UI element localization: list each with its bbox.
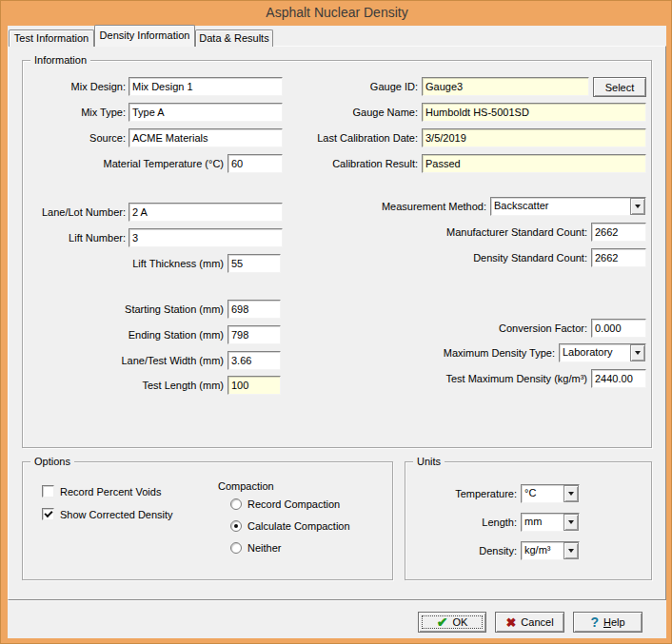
maximum-density-type-label: Maximum Density Type: bbox=[345, 346, 555, 360]
maximum-density-type-value: Laboratory bbox=[560, 344, 630, 361]
ok-button-label: OK bbox=[452, 616, 467, 628]
record-percent-voids-label: Record Percent Voids bbox=[60, 486, 161, 498]
material-temperature-label: Material Temperature (°C) bbox=[30, 157, 224, 170]
information-group-label: Information bbox=[30, 53, 90, 67]
dropdown-arrow-icon[interactable] bbox=[563, 485, 579, 502]
ok-check-icon: ✔ bbox=[437, 615, 448, 629]
starting-station-label: Starting Station (mm) bbox=[30, 302, 224, 316]
checkbox-unchecked-icon bbox=[42, 485, 54, 498]
gauge-name-input[interactable] bbox=[422, 103, 646, 122]
gauge-id-input[interactable] bbox=[422, 77, 589, 96]
units-group-label: Units bbox=[413, 455, 445, 468]
mix-type-label: Mix Type: bbox=[30, 106, 126, 119]
record-percent-voids-checkbox[interactable]: Record Percent Voids bbox=[42, 485, 161, 498]
density-unit-dropdown[interactable]: kg/m³ bbox=[521, 541, 580, 560]
radio-unselected-icon bbox=[230, 542, 242, 554]
dropdown-arrow-icon[interactable] bbox=[563, 514, 579, 531]
tab-data-results[interactable]: Data & Results bbox=[195, 29, 273, 47]
information-group: Information Mix Design: Mix Type: Source… bbox=[22, 60, 652, 448]
manufacturer-standard-count-input[interactable] bbox=[591, 223, 646, 242]
cancel-button-label: Cancel bbox=[521, 616, 553, 628]
lift-thickness-input[interactable] bbox=[227, 254, 281, 273]
radio-record-compaction[interactable]: Record Compaction bbox=[230, 498, 340, 510]
ok-button[interactable]: ✔ OK bbox=[418, 612, 486, 633]
test-length-input[interactable] bbox=[227, 376, 281, 395]
temperature-unit-value: °C bbox=[522, 485, 563, 502]
radio-calculate-compaction[interactable]: Calculate Compaction bbox=[230, 520, 350, 532]
radio-neither[interactable]: Neither bbox=[230, 542, 281, 554]
ending-station-label: Ending Station (mm) bbox=[30, 328, 224, 342]
temperature-unit-dropdown[interactable]: °C bbox=[521, 484, 580, 503]
cancel-x-icon: ✖ bbox=[505, 616, 516, 629]
tab-test-information[interactable]: Test Information bbox=[9, 29, 94, 47]
mix-design-input[interactable] bbox=[128, 77, 283, 96]
panel-separator bbox=[8, 600, 666, 601]
dropdown-arrow-icon[interactable] bbox=[563, 542, 579, 559]
lane-lot-number-input[interactable] bbox=[128, 203, 283, 222]
options-group-label: Options bbox=[30, 455, 74, 468]
help-button-label: Help bbox=[603, 616, 625, 628]
density-standard-count-label: Density Standard Count: bbox=[364, 251, 587, 264]
gauge-name-label: Gauge Name: bbox=[297, 106, 418, 119]
dropdown-arrow-icon[interactable] bbox=[630, 344, 645, 361]
calculate-compaction-label: Calculate Compaction bbox=[247, 520, 350, 532]
show-corrected-density-label: Show Corrected Density bbox=[60, 509, 173, 520]
length-unit-value: mm bbox=[522, 514, 563, 531]
mix-design-label: Mix Design: bbox=[30, 80, 126, 93]
conversion-factor-input[interactable] bbox=[591, 319, 646, 338]
manufacturer-standard-count-label: Manufacturer Standard Count: bbox=[364, 225, 587, 239]
last-calibration-date-input[interactable] bbox=[422, 128, 646, 147]
length-unit-dropdown[interactable]: mm bbox=[521, 513, 580, 532]
density-standard-count-input[interactable] bbox=[591, 248, 646, 267]
tab-density-information[interactable]: Density Information bbox=[94, 25, 195, 47]
select-gauge-button-label: Select bbox=[605, 82, 635, 93]
lane-test-width-input[interactable] bbox=[227, 351, 281, 370]
source-input[interactable] bbox=[128, 128, 283, 147]
cancel-button[interactable]: ✖ Cancel bbox=[495, 612, 564, 633]
record-compaction-label: Record Compaction bbox=[247, 498, 340, 510]
calibration-result-label: Calibration Result: bbox=[297, 157, 418, 170]
help-question-icon: ? bbox=[590, 615, 599, 629]
source-label: Source: bbox=[30, 131, 126, 145]
lift-number-label: Lift Number: bbox=[30, 231, 126, 244]
test-maximum-density-input[interactable] bbox=[591, 369, 646, 388]
select-gauge-button[interactable]: Select bbox=[593, 77, 646, 97]
neither-label: Neither bbox=[247, 542, 281, 554]
last-calibration-date-label: Last Calibration Date: bbox=[297, 131, 418, 145]
test-maximum-density-label: Test Maximum Density (kg/m³) bbox=[364, 372, 587, 385]
dropdown-arrow-icon[interactable] bbox=[630, 198, 645, 215]
dialog-title: Asphalt Nuclear Density bbox=[1, 1, 672, 26]
lift-number-input[interactable] bbox=[128, 228, 283, 247]
units-group: Units Temperature: °C Length: mm Density… bbox=[405, 461, 652, 580]
help-button[interactable]: ? Help bbox=[573, 612, 642, 633]
compaction-label: Compaction bbox=[218, 479, 274, 493]
maximum-density-type-dropdown[interactable]: Laboratory bbox=[559, 343, 646, 362]
radio-unselected-icon bbox=[230, 498, 242, 510]
conversion-factor-label: Conversion Factor: bbox=[364, 322, 587, 335]
calibration-result-input[interactable] bbox=[422, 154, 646, 173]
ending-station-input[interactable] bbox=[227, 325, 281, 344]
radio-selected-icon bbox=[230, 520, 242, 532]
density-unit-label: Density: bbox=[405, 544, 517, 557]
test-length-label: Test Length (mm) bbox=[30, 379, 224, 392]
lane-test-width-label: Lane/Test Width (mm) bbox=[30, 354, 224, 367]
density-unit-value: kg/m³ bbox=[522, 542, 563, 559]
dialog-window: Asphalt Nuclear Density Test Information… bbox=[0, 0, 672, 644]
options-group: Options Record Percent Voids Show Correc… bbox=[22, 461, 393, 580]
measurement-method-label: Measurement Method: bbox=[297, 200, 486, 213]
material-temperature-input[interactable] bbox=[227, 154, 283, 173]
length-unit-label: Length: bbox=[405, 516, 517, 529]
lift-thickness-label: Lift Thickness (mm) bbox=[30, 257, 224, 270]
measurement-method-dropdown[interactable]: Backscatter bbox=[490, 197, 646, 216]
starting-station-input[interactable] bbox=[227, 300, 281, 319]
lane-lot-number-label: Lane/Lot Number: bbox=[30, 205, 126, 219]
measurement-method-value: Backscatter bbox=[491, 198, 630, 215]
gauge-id-label: Gauge ID: bbox=[297, 80, 418, 93]
mix-type-input[interactable] bbox=[128, 103, 283, 122]
checkbox-checked-icon bbox=[42, 508, 54, 520]
temperature-unit-label: Temperature: bbox=[405, 487, 517, 500]
show-corrected-density-checkbox[interactable]: Show Corrected Density bbox=[42, 508, 173, 520]
